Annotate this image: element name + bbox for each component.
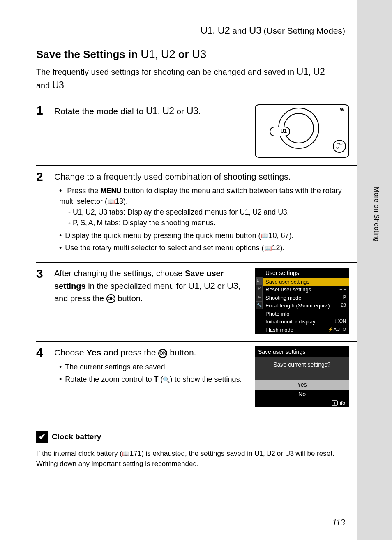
step3-text: After changing the settings, choose Save… (54, 268, 246, 305)
step2-bullet2: Display the quick menu by pressing the q… (59, 230, 349, 241)
page-number: 113 (332, 517, 345, 528)
menu-row: Focal length (35mm equiv.)28 (262, 302, 349, 310)
option-no: No (255, 390, 349, 399)
side-tab-label: More on Shooting (372, 187, 380, 242)
book-icon (264, 244, 272, 252)
note-body: If the internal clock battery (171) is e… (36, 449, 345, 469)
lcd-prompt: Save current settings? (255, 357, 349, 380)
menu-row: Initial monitor displayⓘON (262, 318, 349, 326)
menu-row: Flash mode⚡AUTO (262, 326, 349, 334)
zoom-w-label: W (340, 107, 344, 113)
step-number: 4 (36, 346, 54, 407)
step2-bullet1: Press the MENU button to display the men… (59, 185, 349, 228)
book-icon (261, 231, 269, 240)
manual-page: U1, U2 and U3 (User Setting Modes) Save … (0, 0, 357, 540)
mode-dial-illustration: U1 ON/ OFF W (255, 104, 349, 158)
magnify-icon (163, 375, 170, 383)
tab-setup: 🔧 (256, 301, 263, 309)
dial-pointer: U1 (270, 127, 290, 136)
header-modes12: U1, U2 (201, 25, 230, 36)
book-icon (107, 197, 115, 205)
lcd-title: User settings (262, 268, 349, 278)
tab-u1: U1 (256, 277, 263, 285)
step-2: 2 Change to a frequently used combinatio… (36, 165, 357, 262)
step4-bullet2: Rotate the zoom control to T () to show … (59, 374, 246, 385)
step-1: 1 Rotate the mode dial to U1, U2 or U3. … (36, 99, 357, 165)
lcd-title: Save user settings (255, 346, 349, 357)
onoff-button-icon: ON/ OFF (333, 140, 346, 153)
step4-lead: Choose Yes and press the OK button. (54, 346, 246, 359)
menu-button-glyph: MENU (100, 187, 121, 195)
step2-bullet3: Use the rotary multi selector to select … (59, 242, 349, 253)
lcd-info-footer: 🅃Info (255, 399, 349, 407)
step1-text: Rotate the mode dial to U1, U2 or U3. (54, 104, 251, 118)
intro-paragraph: The frequently used settings for shootin… (36, 65, 357, 92)
menu-row: Photo info– – (262, 310, 349, 318)
option-yes: Yes (255, 380, 349, 390)
page-title: Save the Settings in U1, U2 or U3 (36, 48, 357, 61)
ok-button-icon: OK (158, 349, 167, 358)
user-settings-menu-screenshot: U1 P ▶ 🔧 User settings Save user setting… (255, 268, 349, 334)
note-title: Clock battery (52, 432, 101, 441)
note-check-icon: ✔ (36, 431, 48, 443)
menu-row: Reset user settings– – (262, 286, 349, 294)
step-number: 1 (36, 104, 54, 158)
header-mode3: U3 (249, 25, 261, 36)
step-3: 3 After changing the settings, choose Sa… (36, 262, 357, 342)
ok-button-icon: OK (106, 294, 115, 303)
step-number: 3 (36, 268, 54, 334)
clock-battery-note: ✔ Clock battery If the internal clock ba… (36, 431, 357, 469)
step-4: 4 Choose Yes and press the OK button. Th… (36, 341, 357, 415)
menu-row: Save user settings– – (262, 278, 349, 286)
section-header: U1, U2 and U3 (User Setting Modes) (36, 25, 357, 36)
tab-play: ▶ (256, 293, 263, 301)
step-number: 2 (36, 171, 54, 255)
tab-p: P (256, 285, 263, 293)
book-icon (122, 450, 130, 457)
step4-bullet1: The current settings are saved. (59, 362, 246, 372)
menu-row: Shooting modeP (262, 294, 349, 302)
step2-lead: Change to a frequently used combination … (54, 171, 349, 183)
save-confirm-screenshot: Save user settings Save current settings… (255, 346, 349, 407)
menu-tabs: U1 P ▶ 🔧 (256, 277, 263, 309)
